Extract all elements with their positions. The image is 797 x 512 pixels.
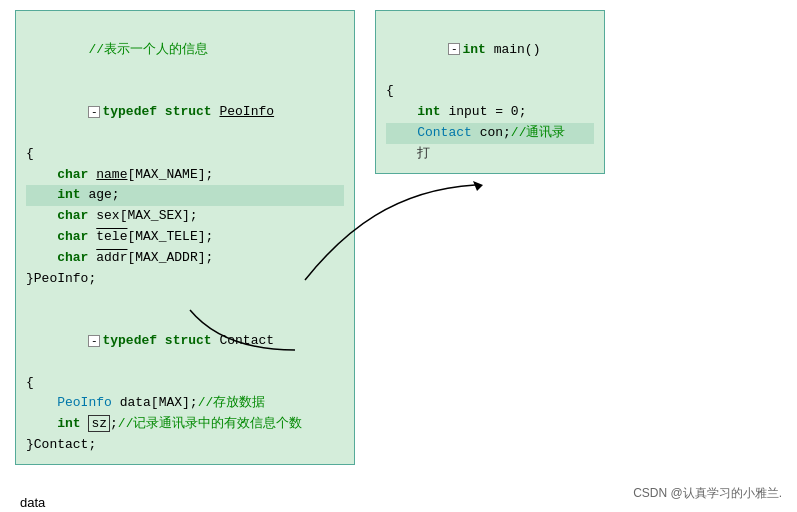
typedef-kw: typedef bbox=[102, 104, 157, 119]
struct-kw: struct bbox=[165, 104, 212, 119]
empty-line bbox=[26, 289, 344, 310]
typedef-peoinfo-line: -typedef struct PeoInfo bbox=[26, 81, 344, 143]
main-container: //表示一个人的信息 -typedef struct PeoInfo { cha… bbox=[0, 0, 797, 512]
arrow-hint-line: 打 bbox=[386, 144, 594, 165]
contact-con-line: Contact con;//通讯录 bbox=[386, 123, 594, 144]
comment-text: //表示一个人的信息 bbox=[88, 42, 208, 57]
collapse-contact-icon[interactable]: - bbox=[88, 335, 100, 347]
int-sz-line: int sz;//记录通讯录中的有效信息个数 bbox=[26, 414, 344, 435]
collapse-main-icon[interactable]: - bbox=[448, 43, 460, 55]
collapse-icon[interactable]: - bbox=[88, 106, 100, 118]
close-contact: }Contact; bbox=[26, 435, 344, 456]
comment-line: //表示一个人的信息 bbox=[26, 19, 344, 81]
open-brace-2: { bbox=[26, 373, 344, 394]
open-brace-1: { bbox=[26, 144, 344, 165]
peoinfo-data-line: PeoInfo data[MAX];//存放数据 bbox=[26, 393, 344, 414]
open-brace-main: { bbox=[386, 81, 594, 102]
int-main-line: -int main() bbox=[386, 19, 594, 81]
code-section: //表示一个人的信息 -typedef struct PeoInfo { cha… bbox=[15, 10, 782, 465]
char-tele-line: char tele[MAX_TELE]; bbox=[26, 227, 344, 248]
int-input-line: int input = 0; bbox=[386, 102, 594, 123]
peoinfo-name: PeoInfo bbox=[219, 104, 274, 119]
char-addr-line: char addr[MAX_ADDR]; bbox=[26, 248, 344, 269]
right-code-block: -int main() { int input = 0; Contact con… bbox=[375, 10, 605, 174]
typedef-contact-line: -typedef struct Contact bbox=[26, 310, 344, 372]
left-code-block: //表示一个人的信息 -typedef struct PeoInfo { cha… bbox=[15, 10, 355, 465]
char-name-line: char name[MAX_NAME]; bbox=[26, 165, 344, 186]
close-peoinfo: }PeoInfo; bbox=[26, 269, 344, 290]
csdn-watermark: CSDN @认真学习的小雅兰. bbox=[633, 485, 782, 502]
char-sex-line: char sex[MAX_SEX]; bbox=[26, 206, 344, 227]
int-age-line: int age; bbox=[26, 185, 344, 206]
